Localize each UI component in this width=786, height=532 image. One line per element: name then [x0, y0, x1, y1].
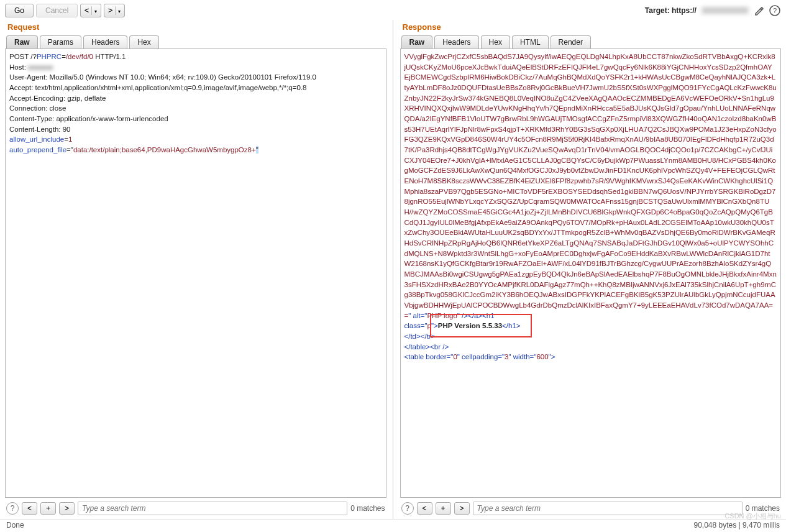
tab-raw[interactable]: Raw — [401, 35, 433, 48]
request-searchbar: ? < + > 0 matches — [0, 498, 391, 519]
response-content-shell: VVyglFgkZwcPrjCZxfC5sbBAQdS7JA9Qysylf/iw… — [400, 48, 782, 498]
response-tabbar: RawHeadersHexHTMLRender — [395, 35, 787, 48]
status-right: 90,048 bytes | 9,470 millis — [693, 521, 780, 530]
tab-html[interactable]: HTML — [512, 35, 549, 48]
tab-headers[interactable]: Headers — [434, 35, 478, 48]
request-match-count: 0 matches — [350, 504, 385, 513]
cancel-button[interactable]: Cancel — [36, 4, 78, 17]
search-add-button[interactable]: + — [436, 502, 451, 515]
target-area: Target: https:// XXXXXXXXX ? — [645, 4, 781, 17]
search-add-button[interactable]: + — [40, 502, 56, 515]
chevron-left-icon: < — [85, 6, 89, 15]
go-button[interactable]: Go — [5, 4, 34, 17]
search-next-button[interactable]: > — [59, 502, 75, 515]
help-icon[interactable]: ? — [769, 4, 781, 17]
response-search-input[interactable] — [473, 502, 743, 515]
search-prev-button[interactable]: < — [417, 502, 432, 515]
history-prev-button[interactable]: < ▾ — [80, 4, 101, 17]
status-left: Done — [6, 521, 24, 530]
response-searchbar: ? < + > 0 matches — [395, 498, 787, 519]
dropdown-caret-icon: ▾ — [94, 9, 97, 14]
target-label: Target: https:// — [645, 6, 697, 15]
pencil-icon[interactable] — [754, 5, 765, 16]
dropdown-caret-icon: ▾ — [118, 9, 121, 14]
response-match-count: 0 matches — [746, 504, 780, 513]
history-next-button[interactable]: > ▾ — [104, 4, 125, 17]
search-help-icon[interactable]: ? — [401, 502, 414, 515]
request-content-shell: POST /?PHPRC=/dev/fd/0 HTTP/1.1Host: xxx… — [5, 48, 386, 498]
left-button-group: Go Cancel < ▾ > ▾ — [5, 4, 125, 17]
tab-hex[interactable]: Hex — [481, 35, 510, 48]
tab-raw[interactable]: Raw — [6, 35, 38, 48]
status-bar: Done 90,048 bytes | 9,470 millis — [0, 519, 786, 532]
request-tabbar: RawParamsHeadersHex — [0, 35, 391, 48]
tab-params[interactable]: Params — [40, 35, 81, 48]
response-title: Response — [395, 20, 787, 35]
request-search-input[interactable] — [78, 502, 347, 515]
chevron-right-icon: > — [108, 6, 113, 15]
search-prev-button[interactable]: < — [22, 502, 37, 515]
request-raw-editor[interactable]: POST /?PHPRC=/dev/fd/0 HTTP/1.1Host: xxx… — [6, 49, 386, 497]
tab-render[interactable]: Render — [551, 35, 591, 48]
tab-headers[interactable]: Headers — [83, 35, 127, 48]
tab-hex[interactable]: Hex — [129, 35, 158, 48]
response-pane: Response RawHeadersHexHTMLRender VVyglFg… — [395, 20, 787, 519]
top-toolbar: Go Cancel < ▾ > ▾ Target: https:// XXXXX… — [0, 0, 786, 20]
response-raw-viewer[interactable]: VVyglFgkZwcPrjCZxfC5sbBAQdS7JA9Qysylf/iw… — [401, 49, 781, 497]
request-pane: Request RawParamsHeadersHex POST /?PHPRC… — [0, 20, 391, 519]
request-title: Request — [0, 20, 391, 35]
main-split: Request RawParamsHeadersHex POST /?PHPRC… — [0, 20, 786, 519]
svg-text:?: ? — [773, 7, 777, 14]
target-host-blurred: XXXXXXXXX — [700, 6, 750, 15]
search-help-icon[interactable]: ? — [6, 502, 19, 515]
search-next-button[interactable]: > — [454, 502, 470, 515]
